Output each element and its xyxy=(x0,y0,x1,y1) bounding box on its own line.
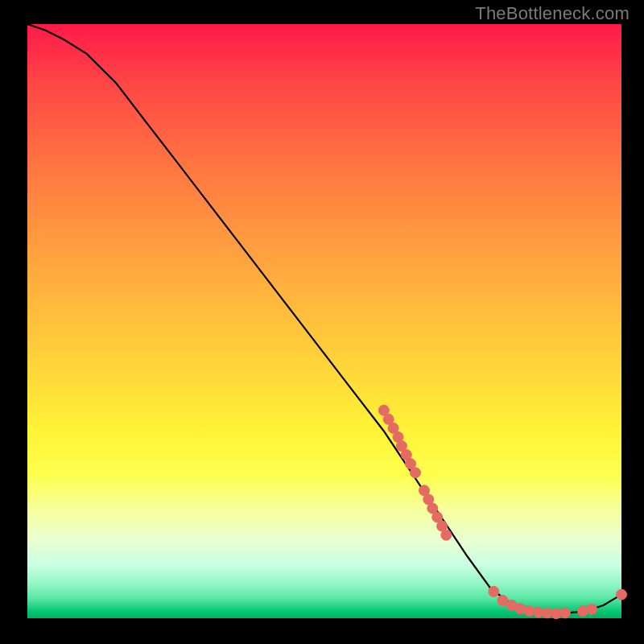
chart-frame: TheBottleneck.com xyxy=(0,0,644,644)
watermark-text: TheBottleneck.com xyxy=(475,3,630,24)
data-dot xyxy=(559,608,570,618)
curve-layer xyxy=(27,24,621,618)
data-dot xyxy=(587,604,597,614)
data-dots xyxy=(378,405,626,618)
bottleneck-curve xyxy=(27,24,621,613)
data-dot xyxy=(410,468,420,478)
data-dot xyxy=(441,530,452,540)
data-dot xyxy=(617,589,627,600)
data-dot xyxy=(489,586,499,597)
plot-area xyxy=(27,24,621,618)
